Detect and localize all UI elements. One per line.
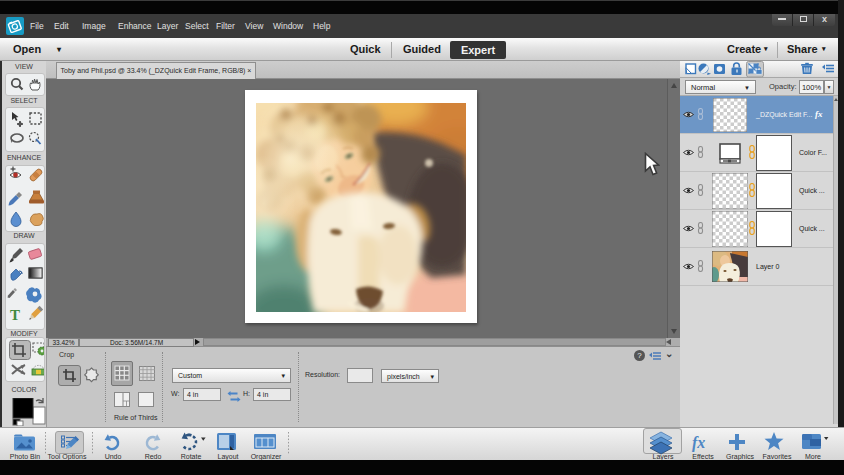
svg-text:fx: fx bbox=[692, 434, 705, 452]
svg-text:T: T bbox=[10, 307, 20, 323]
